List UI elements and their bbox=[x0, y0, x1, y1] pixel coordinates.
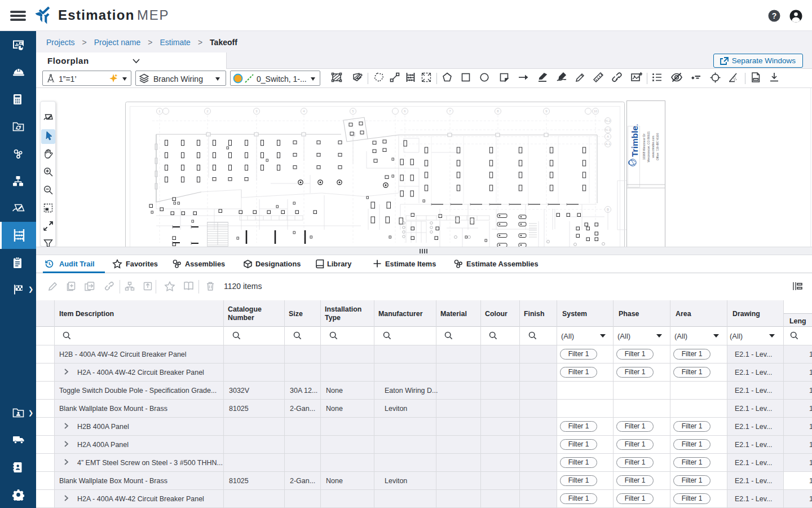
svg-text:www.trimble.com: www.trimble.com bbox=[651, 135, 655, 157]
svg-text:Trimble.: Trimble. bbox=[630, 124, 639, 157]
svg-text:A: A bbox=[607, 135, 609, 138]
svg-text:?: ? bbox=[772, 11, 777, 20]
svg-text:Westminster, CO 80021: Westminster, CO 80021 bbox=[647, 131, 650, 162]
svg-text:N.2: N.2 bbox=[605, 119, 611, 122]
svg-text:Office: 720-887-6100: Office: 720-887-6100 bbox=[656, 133, 659, 161]
svg-text:A.1: A.1 bbox=[605, 142, 611, 146]
svg-text:10: 10 bbox=[594, 110, 598, 113]
svg-text:10368 Westmoor Dr: 10368 Westmoor Dr bbox=[642, 134, 646, 160]
svg-text:N.3: N.3 bbox=[605, 128, 611, 132]
